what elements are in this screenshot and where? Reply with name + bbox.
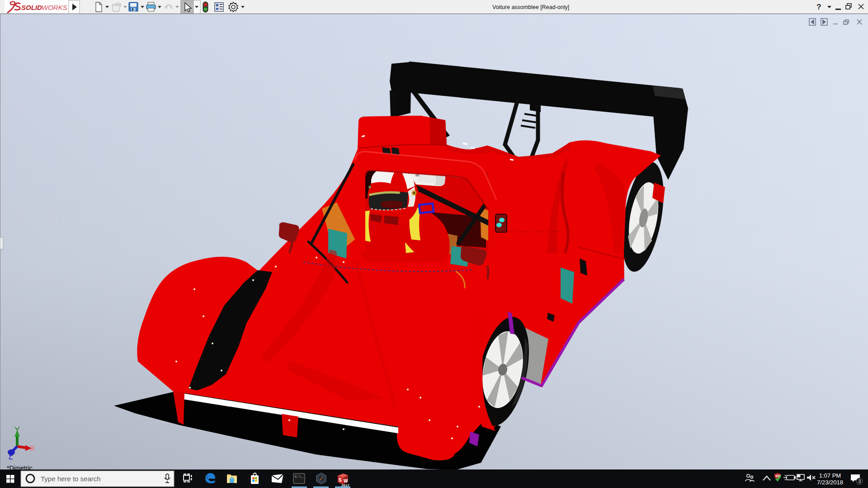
svg-text:?: ? [816, 3, 821, 11]
svg-text:C:\_: C:\_ [295, 474, 303, 479]
svg-text:1:07 PM: 1:07 PM [819, 472, 841, 479]
svg-text:S: S [339, 478, 342, 483]
svg-text:3: 3 [858, 479, 861, 484]
svg-text:SOLID: SOLID [21, 4, 42, 11]
svg-text:7/23/2018: 7/23/2018 [817, 479, 843, 486]
svg-text:W: W [344, 479, 348, 483]
svg-text:Type here to search: Type here to search [41, 475, 101, 483]
svg-text:WORKS: WORKS [42, 4, 67, 11]
